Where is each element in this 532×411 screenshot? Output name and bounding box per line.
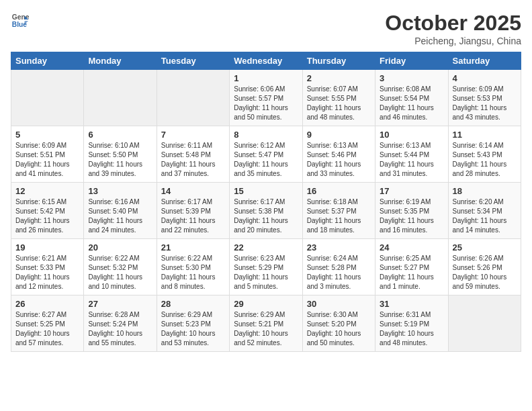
calendar-cell: 4Sunrise: 6:09 AM Sunset: 5:53 PM Daylig…	[448, 70, 521, 126]
calendar-cell: 27Sunrise: 6:28 AM Sunset: 5:24 PM Dayli…	[84, 295, 157, 352]
calendar-cell: 22Sunrise: 6:23 AM Sunset: 5:29 PM Dayli…	[230, 239, 302, 295]
day-info: Sunrise: 6:18 AM Sunset: 5:37 PM Dayligh…	[307, 197, 371, 235]
calendar-cell: 20Sunrise: 6:22 AM Sunset: 5:32 PM Dayli…	[84, 239, 157, 295]
day-number: 21	[161, 242, 225, 253]
day-info: Sunrise: 6:12 AM Sunset: 5:47 PM Dayligh…	[234, 141, 298, 179]
weekday-header-row: SundayMondayTuesdayWednesdayThursdayFrid…	[11, 52, 521, 70]
calendar-cell: 3Sunrise: 6:08 AM Sunset: 5:54 PM Daylig…	[375, 70, 448, 126]
calendar-cell: 5Sunrise: 6:09 AM Sunset: 5:51 PM Daylig…	[11, 126, 84, 183]
day-number: 16	[307, 186, 371, 196]
calendar-cell: 8Sunrise: 6:12 AM Sunset: 5:47 PM Daylig…	[230, 126, 302, 183]
day-number: 17	[380, 186, 443, 196]
day-info: Sunrise: 6:30 AM Sunset: 5:20 PM Dayligh…	[307, 310, 371, 348]
day-number: 30	[307, 299, 371, 309]
day-info: Sunrise: 6:21 AM Sunset: 5:33 PM Dayligh…	[15, 254, 79, 291]
day-number: 28	[161, 299, 225, 309]
day-info: Sunrise: 6:29 AM Sunset: 5:21 PM Dayligh…	[234, 310, 298, 348]
day-info: Sunrise: 6:27 AM Sunset: 5:25 PM Dayligh…	[15, 310, 79, 348]
day-number: 4	[453, 73, 517, 83]
calendar-cell: 14Sunrise: 6:17 AM Sunset: 5:39 PM Dayli…	[157, 183, 229, 239]
day-info: Sunrise: 6:31 AM Sunset: 5:19 PM Dayligh…	[380, 310, 443, 348]
weekday-header-sunday: Sunday	[11, 52, 84, 70]
calendar-cell: 26Sunrise: 6:27 AM Sunset: 5:25 PM Dayli…	[11, 295, 84, 352]
calendar-cell: 21Sunrise: 6:22 AM Sunset: 5:30 PM Dayli…	[157, 239, 229, 295]
day-info: Sunrise: 6:29 AM Sunset: 5:23 PM Dayligh…	[161, 310, 225, 348]
calendar-week-1: 1Sunrise: 6:06 AM Sunset: 5:57 PM Daylig…	[11, 70, 521, 126]
calendar-week-3: 12Sunrise: 6:15 AM Sunset: 5:42 PM Dayli…	[11, 183, 521, 239]
day-info: Sunrise: 6:13 AM Sunset: 5:44 PM Dayligh…	[380, 141, 443, 179]
day-number: 27	[88, 299, 152, 309]
day-info: Sunrise: 6:19 AM Sunset: 5:35 PM Dayligh…	[380, 197, 443, 235]
weekday-header-wednesday: Wednesday	[230, 52, 302, 70]
day-number: 25	[453, 242, 517, 253]
day-number: 26	[15, 299, 79, 309]
calendar-cell: 2Sunrise: 6:07 AM Sunset: 5:55 PM Daylig…	[302, 70, 375, 126]
location-title: Peicheng, Jiangsu, China	[385, 36, 521, 46]
day-info: Sunrise: 6:20 AM Sunset: 5:34 PM Dayligh…	[453, 197, 517, 235]
weekday-header-monday: Monday	[84, 52, 157, 70]
calendar-cell: 15Sunrise: 6:17 AM Sunset: 5:38 PM Dayli…	[230, 183, 302, 239]
calendar-cell: 19Sunrise: 6:21 AM Sunset: 5:33 PM Dayli…	[11, 239, 84, 295]
day-info: Sunrise: 6:17 AM Sunset: 5:38 PM Dayligh…	[234, 197, 298, 235]
calendar-cell: 31Sunrise: 6:31 AM Sunset: 5:19 PM Dayli…	[375, 295, 448, 352]
logo-icon: General Blue	[11, 11, 30, 30]
logo: General Blue	[11, 11, 30, 30]
calendar-cell: 1Sunrise: 6:06 AM Sunset: 5:57 PM Daylig…	[230, 70, 302, 126]
day-number: 12	[15, 186, 79, 196]
weekday-header-tuesday: Tuesday	[157, 52, 229, 70]
day-info: Sunrise: 6:07 AM Sunset: 5:55 PM Dayligh…	[307, 85, 371, 122]
calendar-cell	[84, 70, 157, 126]
calendar-table: SundayMondayTuesdayWednesdayThursdayFrid…	[11, 52, 521, 352]
day-info: Sunrise: 6:16 AM Sunset: 5:40 PM Dayligh…	[88, 197, 152, 235]
day-info: Sunrise: 6:11 AM Sunset: 5:48 PM Dayligh…	[161, 141, 225, 179]
day-info: Sunrise: 6:08 AM Sunset: 5:54 PM Dayligh…	[380, 85, 443, 122]
day-info: Sunrise: 6:22 AM Sunset: 5:32 PM Dayligh…	[88, 254, 152, 291]
calendar-cell: 30Sunrise: 6:30 AM Sunset: 5:20 PM Dayli…	[302, 295, 375, 352]
calendar-cell: 25Sunrise: 6:26 AM Sunset: 5:26 PM Dayli…	[448, 239, 521, 295]
weekday-header-thursday: Thursday	[302, 52, 375, 70]
day-info: Sunrise: 6:10 AM Sunset: 5:50 PM Dayligh…	[88, 141, 152, 179]
day-number: 1	[234, 73, 298, 83]
calendar-cell: 11Sunrise: 6:14 AM Sunset: 5:43 PM Dayli…	[448, 126, 521, 183]
calendar-cell: 28Sunrise: 6:29 AM Sunset: 5:23 PM Dayli…	[157, 295, 229, 352]
svg-text:General: General	[12, 13, 30, 21]
calendar-cell: 24Sunrise: 6:25 AM Sunset: 5:27 PM Dayli…	[375, 239, 448, 295]
day-info: Sunrise: 6:15 AM Sunset: 5:42 PM Dayligh…	[15, 197, 79, 235]
day-info: Sunrise: 6:25 AM Sunset: 5:27 PM Dayligh…	[380, 254, 443, 291]
day-number: 7	[161, 130, 225, 140]
day-info: Sunrise: 6:26 AM Sunset: 5:26 PM Dayligh…	[453, 254, 517, 291]
day-number: 19	[15, 242, 79, 253]
day-info: Sunrise: 6:09 AM Sunset: 5:53 PM Dayligh…	[453, 85, 517, 122]
day-number: 15	[234, 186, 298, 196]
weekday-header-friday: Friday	[375, 52, 448, 70]
day-number: 8	[234, 130, 298, 140]
calendar-week-5: 26Sunrise: 6:27 AM Sunset: 5:25 PM Dayli…	[11, 295, 521, 352]
day-number: 2	[307, 73, 371, 83]
day-number: 9	[307, 130, 371, 140]
calendar-cell: 10Sunrise: 6:13 AM Sunset: 5:44 PM Dayli…	[375, 126, 448, 183]
calendar-cell: 12Sunrise: 6:15 AM Sunset: 5:42 PM Dayli…	[11, 183, 84, 239]
day-info: Sunrise: 6:17 AM Sunset: 5:39 PM Dayligh…	[161, 197, 225, 235]
calendar-cell: 17Sunrise: 6:19 AM Sunset: 5:35 PM Dayli…	[375, 183, 448, 239]
calendar-week-4: 19Sunrise: 6:21 AM Sunset: 5:33 PM Dayli…	[11, 239, 521, 295]
day-info: Sunrise: 6:28 AM Sunset: 5:24 PM Dayligh…	[88, 310, 152, 348]
day-number: 10	[380, 130, 443, 140]
calendar-week-2: 5Sunrise: 6:09 AM Sunset: 5:51 PM Daylig…	[11, 126, 521, 183]
day-info: Sunrise: 6:09 AM Sunset: 5:51 PM Dayligh…	[15, 141, 79, 179]
calendar-cell	[157, 70, 229, 126]
day-number: 14	[161, 186, 225, 196]
day-number: 3	[380, 73, 443, 83]
calendar-cell	[11, 70, 84, 126]
day-info: Sunrise: 6:22 AM Sunset: 5:30 PM Dayligh…	[161, 254, 225, 291]
month-title: October 2025	[385, 11, 521, 36]
title-block: October 2025 Peicheng, Jiangsu, China	[385, 11, 521, 46]
calendar-cell: 23Sunrise: 6:24 AM Sunset: 5:28 PM Dayli…	[302, 239, 375, 295]
day-info: Sunrise: 6:13 AM Sunset: 5:46 PM Dayligh…	[307, 141, 371, 179]
calendar-cell: 7Sunrise: 6:11 AM Sunset: 5:48 PM Daylig…	[157, 126, 229, 183]
calendar-cell	[448, 295, 521, 352]
calendar-cell: 9Sunrise: 6:13 AM Sunset: 5:46 PM Daylig…	[302, 126, 375, 183]
page-header: General Blue October 2025 Peicheng, Jian…	[11, 11, 521, 46]
day-number: 6	[88, 130, 152, 140]
day-number: 31	[380, 299, 443, 309]
day-number: 22	[234, 242, 298, 253]
